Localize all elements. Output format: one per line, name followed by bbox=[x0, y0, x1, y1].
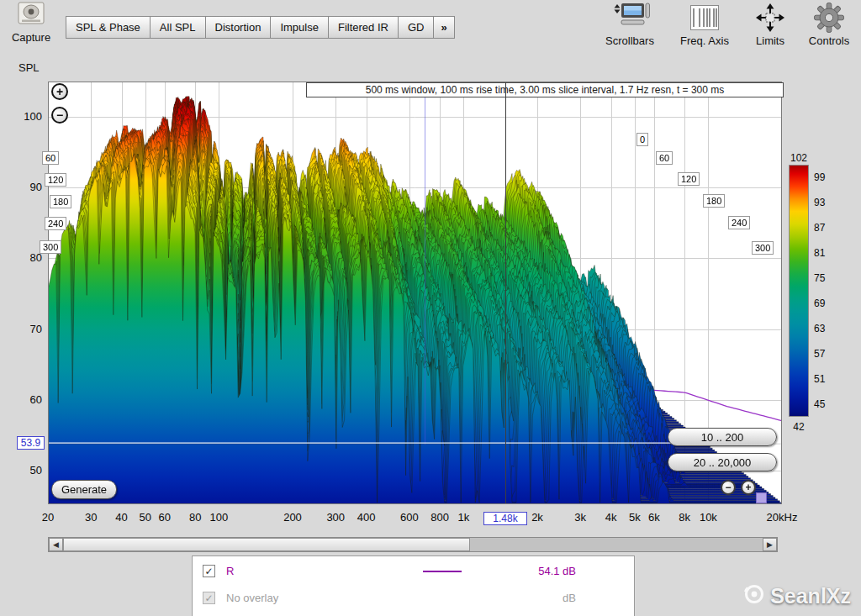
colorbar-tick-label: 63 bbox=[814, 323, 825, 334]
scrollbars-icon bbox=[594, 1, 665, 34]
zoom-in-small-button[interactable]: + bbox=[741, 480, 756, 495]
y-tick: 70 bbox=[13, 323, 42, 335]
x-tick: 50 bbox=[140, 511, 151, 524]
capture-button[interactable]: Capture bbox=[3, 2, 59, 44]
x-tick: 8k bbox=[679, 511, 690, 524]
limits-button[interactable]: Limits bbox=[745, 1, 795, 47]
colorbar-tick-label: 75 bbox=[814, 272, 825, 284]
x-tick: 5k bbox=[629, 511, 641, 524]
x-tick: 600 bbox=[400, 511, 419, 524]
tab-distortion[interactable]: Distortion bbox=[205, 16, 272, 39]
tab-all-spl[interactable]: All SPL bbox=[150, 16, 206, 39]
legend-series-value: 54.1 dB bbox=[538, 565, 576, 577]
x-tick: 400 bbox=[357, 511, 376, 524]
slice-time-label-right: 0 bbox=[637, 133, 648, 146]
colorbar-tick-label: 93 bbox=[814, 197, 825, 208]
slice-time-label-left: 180 bbox=[50, 195, 71, 208]
watermark-text: SeanlXz bbox=[770, 584, 851, 608]
watermark: SeanlXz bbox=[742, 582, 851, 610]
x-tick: 1k bbox=[458, 511, 470, 524]
x-tick: 300 bbox=[326, 511, 345, 524]
x-tick: 20kHz bbox=[767, 511, 798, 524]
x-tick: 100 bbox=[210, 511, 229, 524]
x-tick: 40 bbox=[115, 511, 127, 524]
colorbar-tick-label: 99 bbox=[814, 171, 825, 183]
legend-checkbox-r[interactable]: ✓ bbox=[203, 565, 215, 577]
x-tick: 30 bbox=[85, 511, 97, 524]
checkmark-icon: ✓ bbox=[204, 592, 213, 604]
scrollbar-thumb[interactable] bbox=[63, 538, 470, 551]
spl-axis-title: SPL bbox=[18, 61, 40, 74]
x-tick: 2k bbox=[531, 511, 543, 524]
x-tick: 3k bbox=[574, 511, 586, 524]
x-tick: 60 bbox=[159, 511, 171, 524]
y-tick: 60 bbox=[13, 393, 42, 406]
freq-axis-button[interactable]: Freq. Axis bbox=[671, 1, 738, 47]
range-10-200-button[interactable]: 10 .. 200 bbox=[668, 428, 777, 446]
colorbar-tick-label: 45 bbox=[814, 398, 825, 410]
cursor-spl-readout: 53.9 bbox=[17, 436, 45, 450]
y-tick: 50 bbox=[13, 464, 42, 476]
tab-gd[interactable]: GD bbox=[398, 16, 435, 39]
y-tick: 90 bbox=[13, 181, 42, 193]
controls-button[interactable]: Controls bbox=[799, 1, 859, 47]
rew-window: Capture SPL & PhaseAll SPLDistortionImpu… bbox=[0, 0, 861, 616]
slice-time-label-left: 240 bbox=[45, 217, 66, 230]
slice-time-label-right: 180 bbox=[703, 194, 725, 208]
horizontal-scrollbar[interactable]: ◀ ▶ bbox=[48, 537, 778, 552]
legend-row-r: ✓ R 54.1 dB bbox=[193, 563, 634, 582]
controls-label: Controls bbox=[799, 34, 859, 47]
legend-line-sample bbox=[423, 571, 462, 572]
spl-colorbar bbox=[789, 165, 809, 417]
colorbar-tick-label: 69 bbox=[814, 297, 825, 309]
capture-icon bbox=[18, 13, 45, 27]
tab-spl-phase[interactable]: SPL & Phase bbox=[66, 16, 151, 39]
scroll-left-arrow[interactable]: ◀ bbox=[49, 538, 63, 551]
zoom-out-button[interactable]: − bbox=[51, 107, 68, 124]
x-tick: 20 bbox=[42, 511, 54, 524]
tab-overflow-button[interactable]: » bbox=[433, 16, 454, 39]
y-tick: 80 bbox=[13, 251, 42, 264]
slice-time-label-right: 60 bbox=[656, 151, 673, 165]
slice-time-label-left: 60 bbox=[42, 151, 59, 165]
scrollbars-label: Scrollbars bbox=[594, 34, 665, 47]
legend-overlay-label: No overlay bbox=[226, 592, 278, 604]
legend-series-label: R bbox=[226, 565, 234, 577]
limits-label: Limits bbox=[745, 34, 795, 47]
legend-row-overlay: ✓ No overlay dB bbox=[193, 590, 634, 608]
x-tick: 800 bbox=[430, 511, 449, 524]
colorbar-tick-label: 87 bbox=[814, 222, 825, 234]
slice-time-label-left: 300 bbox=[40, 240, 61, 254]
gear-icon bbox=[799, 1, 859, 34]
x-tick: 6k bbox=[648, 511, 660, 524]
x-tick: 4k bbox=[605, 511, 617, 524]
legend-panel: ✓ R 54.1 dB ✓ No overlay dB bbox=[192, 555, 635, 616]
cursor-vertical-line bbox=[505, 82, 506, 503]
y-tick: 100 bbox=[13, 110, 42, 123]
legend-checkbox-overlay[interactable]: ✓ bbox=[203, 592, 215, 604]
tab-filtered-ir[interactable]: Filtered IR bbox=[328, 16, 399, 39]
tab-bar: SPL & PhaseAll SPLDistortionImpulseFilte… bbox=[66, 16, 454, 39]
chart-settings-readout: 500 ms window, 100 ms rise time, 3.00 ms… bbox=[306, 82, 784, 97]
zoom-out-small-button[interactable]: − bbox=[721, 480, 736, 495]
freq-axis-label: Freq. Axis bbox=[671, 34, 738, 47]
checkmark-icon: ✓ bbox=[204, 566, 213, 577]
generate-button[interactable]: Generate bbox=[51, 480, 117, 499]
colorbar-tick-label: 57 bbox=[814, 348, 825, 360]
tab-impulse[interactable]: Impulse bbox=[270, 16, 329, 39]
scrollbars-button[interactable]: Scrollbars bbox=[594, 1, 665, 47]
colorbar-tick-label: 81 bbox=[814, 247, 825, 259]
colorbar-max-label: 102 bbox=[787, 152, 811, 164]
slice-time-label-right: 240 bbox=[728, 216, 750, 229]
zoom-in-button[interactable]: + bbox=[51, 83, 68, 100]
slice-time-label-left: 120 bbox=[45, 173, 66, 187]
zoom-indicator[interactable] bbox=[756, 492, 767, 503]
camera-eye-icon bbox=[742, 582, 765, 610]
scroll-right-arrow[interactable]: ▶ bbox=[763, 538, 777, 551]
range-20-20000-button[interactable]: 20 .. 20,000 bbox=[668, 453, 777, 471]
slice-time-label-right: 300 bbox=[752, 241, 774, 255]
x-tick: 10k bbox=[700, 511, 717, 524]
cursor-freq-readout: 1.48k bbox=[483, 512, 527, 525]
x-tick: 80 bbox=[189, 511, 201, 524]
freq-axis-icon bbox=[671, 1, 738, 34]
